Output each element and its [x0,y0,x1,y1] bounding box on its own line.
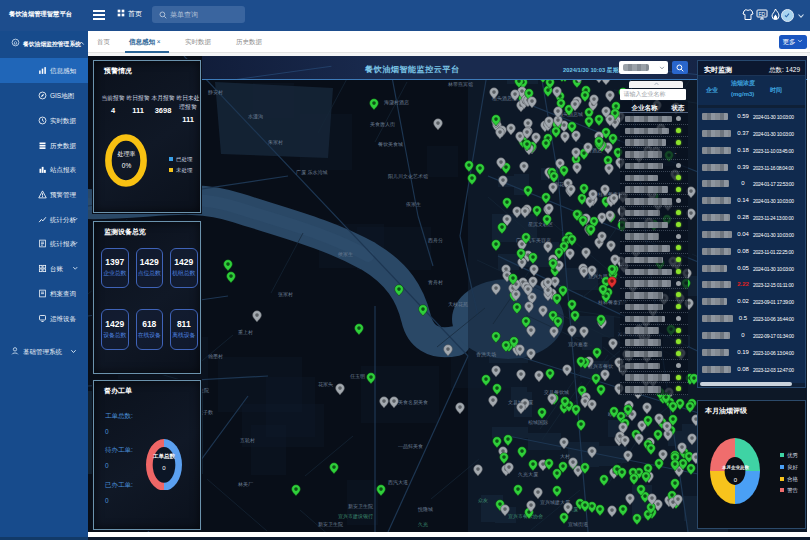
svg-text:一品鲜美食: 一品鲜美食 [398,443,423,449]
svg-text:海灏村酒店: 海灏村酒店 [384,99,409,106]
svg-text:美食唐人街: 美食唐人街 [370,121,395,128]
svg-text:宜兴嘉泰: 宜兴嘉泰 [568,341,588,348]
svg-text:张家村: 张家村 [278,291,293,298]
svg-text:悦隆城: 悦隆城 [417,506,433,513]
svg-text:林带燕宾馆: 林带燕宾馆 [447,81,473,87]
svg-text:西舟分: 西舟分 [428,237,443,244]
svg-text:静安村: 静安村 [208,89,223,96]
svg-text:重上村: 重上村 [238,329,253,336]
svg-text:香洪天场: 香洪天场 [476,351,496,358]
svg-text:花家头: 花家头 [318,381,333,388]
svg-text:天枝花苑: 天枝花苑 [448,301,468,308]
svg-text:侯家生: 侯家生 [337,251,353,257]
svg-text:美食名厨美食: 美食名厨美食 [398,399,428,405]
svg-text:朱家村: 朱家村 [268,139,283,146]
svg-text:广厦 乐水湾城: 广厦 乐水湾城 [296,169,327,176]
svg-text:宜兴市建设银行: 宜兴市建设银行 [338,513,373,520]
svg-text:新安卫生院: 新安卫生院 [348,503,373,510]
svg-text:翰墨村: 翰墨村 [208,353,223,360]
svg-text:久光大厦: 久光大厦 [518,471,538,478]
svg-text:久光: 久光 [418,521,428,528]
svg-text:阳儿川文化艺术馆: 阳儿川文化艺术馆 [388,173,428,180]
svg-text:水漫沟: 水漫沟 [248,113,263,120]
svg-text:新安卫生院: 新安卫生院 [318,521,343,528]
svg-text:五轮村: 五轮村 [240,437,255,444]
svg-text:依家生: 依家生 [405,201,421,207]
svg-text:林美厂: 林美厂 [237,481,253,487]
svg-text:任玉明: 任玉明 [350,373,365,379]
svg-text:FD: FD [759,11,766,17]
svg-text:青舟村: 青舟村 [428,279,443,286]
svg-text:宜城街道: 宜城街道 [568,521,588,528]
svg-text:众友: 众友 [478,497,488,503]
svg-text:餐饮美食城: 餐饮美食城 [378,141,403,147]
svg-text:松城国际: 松城国际 [528,419,548,426]
svg-text:大村: 大村 [560,453,570,460]
svg-text:西汽大道: 西汽大道 [388,479,408,486]
svg-text:交县餐饮城: 交县餐饮城 [544,389,569,395]
